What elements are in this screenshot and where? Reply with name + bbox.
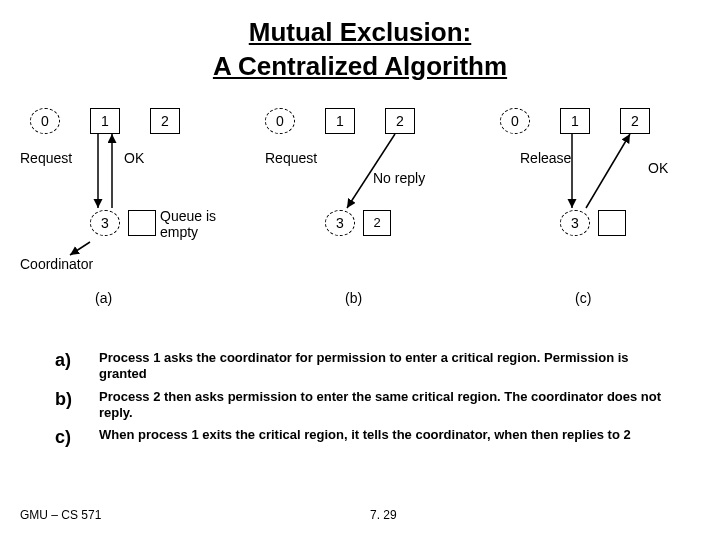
note-c-text: When process 1 exits the critical region…	[99, 427, 675, 448]
panel-a: 0 1 2 3 Request OK Queue is empty Coordi…	[20, 100, 240, 310]
note-c: c) When process 1 exits the critical reg…	[55, 427, 675, 448]
footer-page: 7. 29	[370, 508, 397, 522]
svg-line-2	[70, 242, 90, 255]
svg-line-5	[586, 134, 630, 208]
arrows-a	[20, 100, 240, 310]
svg-line-3	[347, 134, 395, 208]
note-a-key: a)	[55, 350, 99, 383]
diagram-area: 0 1 2 3 Request OK Queue is empty Coordi…	[20, 100, 700, 310]
arrows-b	[255, 100, 475, 310]
panel-c: 0 1 2 3 Release OK	[490, 100, 710, 310]
title-line-1: Mutual Exclusion:	[249, 17, 471, 47]
caption-a: (a)	[95, 290, 112, 306]
page-title: Mutual Exclusion: A Centralized Algorith…	[0, 16, 720, 84]
panel-b: 0 1 2 3 2 Request No reply	[255, 100, 475, 310]
title-line-2: A Centralized Algorithm	[213, 51, 507, 81]
arrows-c	[490, 100, 710, 310]
caption-b: (b)	[345, 290, 362, 306]
notes-list: a) Process 1 asks the coordinator for pe…	[55, 350, 675, 454]
footer: GMU – CS 571 7. 29	[20, 508, 700, 522]
note-b-text: Process 2 then asks permission to enter …	[99, 389, 675, 422]
note-a: a) Process 1 asks the coordinator for pe…	[55, 350, 675, 383]
caption-c: (c)	[575, 290, 591, 306]
note-c-key: c)	[55, 427, 99, 448]
note-b-key: b)	[55, 389, 99, 422]
footer-left: GMU – CS 571	[20, 508, 101, 522]
note-b: b) Process 2 then asks permission to ent…	[55, 389, 675, 422]
note-a-text: Process 1 asks the coordinator for permi…	[99, 350, 675, 383]
